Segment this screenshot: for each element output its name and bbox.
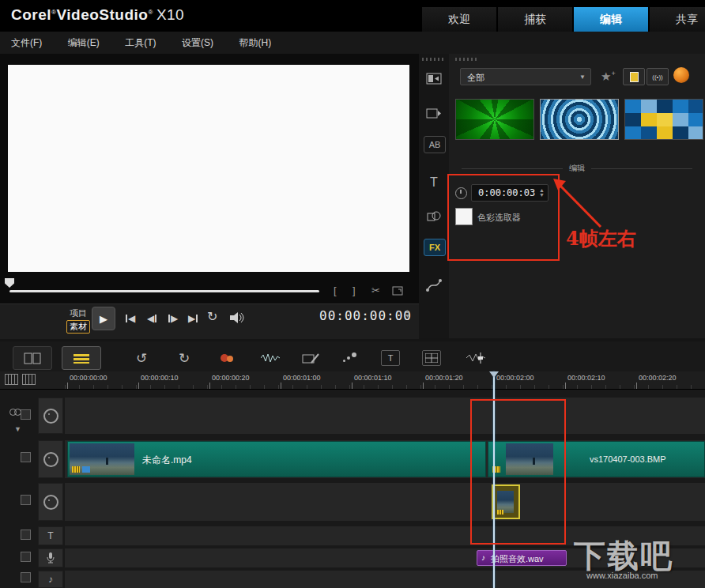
- playhead-marker[interactable]: [489, 371, 499, 378]
- overlay-track-2-row[interactable]: [65, 483, 705, 521]
- project-mode-button[interactable]: 项目: [70, 307, 87, 319]
- auto-music-button[interactable]: [302, 350, 319, 366]
- pixelate-preview: [625, 100, 703, 139]
- panel-grip[interactable]: [422, 58, 446, 61]
- panel-grip[interactable]: [455, 58, 479, 61]
- orange-ball-icon[interactable]: [673, 67, 689, 83]
- transition-category-button[interactable]: AB: [424, 136, 446, 153]
- timeline-view-button[interactable]: [62, 346, 101, 370]
- effect-duration-field[interactable]: 0:00:00:03 ▲▼: [471, 184, 549, 202]
- track-ribbon-icon[interactable]: [21, 452, 31, 462]
- library-panel: 全部 ▼ ★+ ((•)) 编辑 0:00:00:03 ▲▼ 色彩选取器: [449, 54, 705, 338]
- video-track-header[interactable]: [38, 398, 63, 434]
- media-icon: [426, 73, 442, 85]
- music-note-icon: ♪: [48, 574, 53, 585]
- overlay-track-2-header[interactable]: [38, 483, 63, 521]
- clip-bmp-image[interactable]: vs170407-003.BMP: [488, 441, 705, 477]
- music-track-header[interactable]: ♪: [38, 571, 63, 588]
- voice-track-header[interactable]: [38, 548, 63, 567]
- track-ribbon-icon[interactable]: [21, 409, 31, 420]
- ruler-tick: [565, 383, 566, 389]
- track-ribbon-icon[interactable]: [21, 552, 31, 562]
- filter-thumbnail-pixelate[interactable]: [624, 99, 703, 140]
- add-favorite-button[interactable]: ★+: [601, 70, 616, 84]
- clip-audio-effect[interactable]: ♪ 拍照音效.wav: [477, 550, 567, 566]
- bar-glyph: [126, 315, 127, 322]
- color-picker-swatch[interactable]: [455, 208, 473, 225]
- sound-mixer-button[interactable]: [261, 350, 280, 366]
- timecode-spinner[interactable]: ▲▼: [405, 309, 410, 318]
- tab-capture[interactable]: 捕获: [497, 7, 572, 32]
- scrub-bar[interactable]: [9, 290, 319, 292]
- track-list-icon[interactable]: [22, 374, 36, 385]
- video-track-row[interactable]: [65, 398, 705, 434]
- title-category-button[interactable]: T: [422, 171, 446, 194]
- go-end-icon: ▶: [188, 313, 195, 324]
- mark-in-icon[interactable]: [: [334, 285, 337, 296]
- show-all-tracks-icon[interactable]: [5, 374, 18, 385]
- filter-thumbnail-ripple[interactable]: [540, 99, 619, 140]
- gallery-filter-dropdown[interactable]: 全部 ▼: [460, 68, 591, 85]
- menu-file[interactable]: 文件(F): [0, 32, 53, 54]
- tab-share[interactable]: 共享: [649, 7, 705, 32]
- link-tracks-icon[interactable]: [9, 405, 19, 419]
- storyboard-icon: [24, 352, 41, 364]
- instant-project-button[interactable]: [422, 101, 446, 125]
- split-clip-icon[interactable]: ✂: [371, 285, 380, 296]
- next-frame-button[interactable]: ▶: [168, 312, 178, 325]
- go-start-button[interactable]: ◀: [125, 312, 135, 325]
- timeline-ruler[interactable]: 00:00:00:00 00:00:00:10 00:00:00:20 00:0…: [0, 371, 705, 390]
- prev-frame-button[interactable]: ◀: [147, 312, 157, 325]
- audio-filter-button[interactable]: ((•)): [647, 68, 669, 85]
- track-ribbon-icon[interactable]: [21, 572, 31, 582]
- track-ribbon-icon[interactable]: [21, 530, 31, 540]
- volume-icon[interactable]: [229, 311, 245, 327]
- clip-main-video[interactable]: 未命名.mp4: [67, 441, 486, 477]
- tab-welcome[interactable]: 欢迎: [421, 7, 496, 32]
- repeat-button[interactable]: ↻: [207, 309, 217, 324]
- track-manager-button[interactable]: [422, 350, 441, 366]
- redo-button[interactable]: ↻: [179, 350, 190, 366]
- storyboard-view-button[interactable]: [13, 346, 52, 370]
- media-category-button[interactable]: [422, 66, 446, 90]
- go-end-button[interactable]: ▶: [188, 312, 198, 325]
- spin-down-icon[interactable]: ▼: [539, 193, 545, 198]
- microphone-icon: [46, 552, 55, 564]
- ruler-label: 00:00:01:10: [354, 374, 392, 382]
- spin-down-icon[interactable]: ▼: [405, 314, 410, 318]
- menu-edit[interactable]: 编辑(E): [57, 32, 111, 54]
- film-edit-icon: [302, 352, 319, 364]
- menu-help[interactable]: 帮助(H): [228, 32, 282, 54]
- ripple-edit-button[interactable]: [343, 350, 357, 366]
- motion-path-button[interactable]: [422, 273, 446, 297]
- title-track-header[interactable]: T: [38, 526, 63, 545]
- mark-out-icon[interactable]: ]: [352, 285, 356, 296]
- audio-badge-icon: [82, 466, 90, 473]
- playhead-line[interactable]: [493, 371, 495, 588]
- prev-frame-icon: ◀: [147, 313, 154, 324]
- graphic-category-button[interactable]: [422, 204, 446, 228]
- gallery-view-button[interactable]: [623, 68, 645, 85]
- subtitle-editor-button[interactable]: T: [381, 350, 400, 366]
- menu-tools[interactable]: 工具(T): [114, 32, 167, 54]
- ruler-label: 00:00:00:20: [212, 374, 250, 382]
- record-capture-button[interactable]: [220, 350, 236, 366]
- overlay-track-1-header[interactable]: [38, 440, 63, 478]
- audio-ducking-button[interactable]: [466, 350, 485, 366]
- tab-edit[interactable]: 编辑: [573, 7, 648, 32]
- trim-marker-handle[interactable]: [5, 278, 14, 288]
- clip-overlay-small[interactable]: [492, 484, 520, 519]
- enlarge-preview-icon[interactable]: [392, 286, 403, 298]
- play-button[interactable]: ▶: [92, 307, 115, 330]
- collapse-tracks-icon[interactable]: ▼: [14, 425, 21, 433]
- ruler-label: 00:00:02:10: [567, 374, 605, 382]
- filter-category-button[interactable]: FX: [424, 239, 446, 256]
- duration-spinner[interactable]: ▲▼: [539, 188, 545, 198]
- filter-thumbnail-whirlpool[interactable]: [455, 99, 534, 140]
- track-ribbon-icon[interactable]: [21, 495, 31, 505]
- clip-mode-button[interactable]: 素材: [66, 320, 90, 334]
- section-header-edit: 编辑: [455, 163, 699, 174]
- bar-glyph: [168, 315, 170, 322]
- undo-button[interactable]: ↺: [136, 350, 147, 366]
- menu-settings[interactable]: 设置(S): [171, 32, 224, 54]
